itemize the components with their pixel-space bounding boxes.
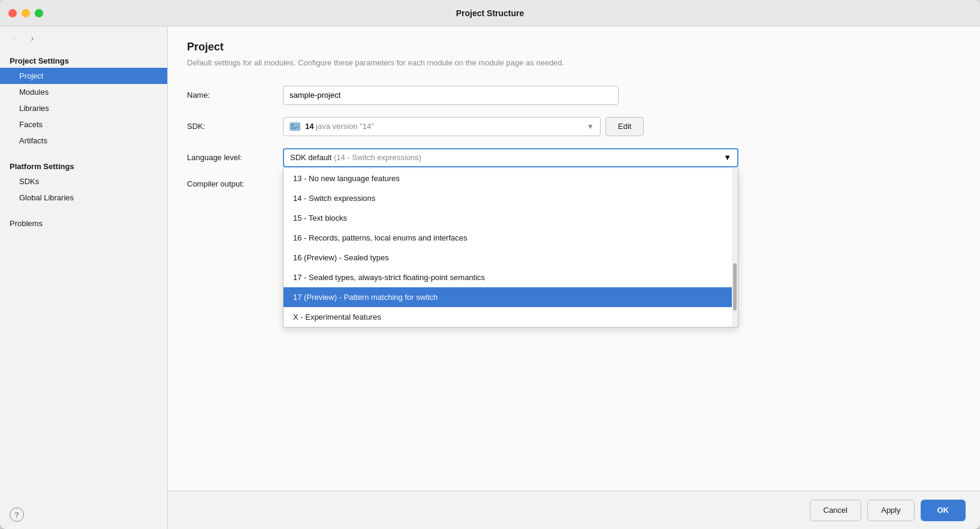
bottom-bar: Cancel Apply OK: [168, 491, 980, 529]
sidebar-item-project[interactable]: Project: [0, 68, 167, 84]
language-level-control: SDK default (14 - Switch expressions) ▼ …: [283, 148, 961, 167]
svg-rect-0: [290, 123, 300, 130]
maximize-button[interactable]: [35, 9, 43, 17]
cancel-button[interactable]: Cancel: [810, 500, 861, 521]
dropdown-item-17p[interactable]: 17 (Preview) - Pattern matching for swit…: [284, 287, 738, 307]
dropdown-item-15[interactable]: 15 - Text blocks: [284, 208, 738, 228]
sdk-dropdown-arrow: ▼: [587, 122, 594, 131]
window-controls: [8, 9, 43, 17]
minimize-button[interactable]: [22, 9, 30, 17]
close-button[interactable]: [8, 9, 17, 17]
svg-rect-3: [291, 128, 296, 129]
dropdown-scrollbar-thumb: [733, 263, 737, 311]
svg-rect-1: [291, 124, 294, 126]
sdk-row: SDK:: [187, 117, 961, 136]
help-button[interactable]: ?: [10, 507, 24, 522]
sdk-label: SDK:: [187, 122, 283, 131]
dropdown-item-16p[interactable]: 16 (Preview) - Sealed types: [284, 248, 738, 267]
compiler-output-label: Compiler output:: [187, 179, 283, 188]
language-level-row: Language level: SDK default (14 - Switch…: [187, 148, 961, 167]
sdk-value: 14 java version "14": [305, 122, 374, 131]
dropdown-scrollbar[interactable]: [732, 169, 738, 327]
edit-sdk-button[interactable]: Edit: [605, 117, 644, 136]
main-layout: ‹ › Project Settings Project Modules Lib…: [0, 26, 980, 529]
name-row: Name:: [187, 86, 961, 105]
language-level-dropdown-container: SDK default (14 - Switch expressions) ▼ …: [283, 148, 961, 167]
nav-arrows: ‹ ›: [0, 26, 167, 53]
language-level-arrow: ▼: [723, 153, 731, 162]
dropdown-item-16[interactable]: 16 - Records, patterns, local enums and …: [284, 228, 738, 248]
forward-arrow[interactable]: ›: [25, 31, 40, 46]
sdk-control: 14 java version "14" ▼ Edit: [283, 117, 961, 136]
title-bar: Project Structure: [0, 0, 980, 26]
back-arrow[interactable]: ‹: [7, 31, 22, 46]
platform-settings-header: Platform Settings: [0, 158, 167, 173]
content-area: Project Default settings for all modules…: [168, 26, 980, 529]
sidebar: ‹ › Project Settings Project Modules Lib…: [0, 26, 168, 529]
sidebar-item-libraries[interactable]: Libraries: [0, 100, 167, 116]
project-structure-window: Project Structure ‹ › Project Settings P…: [0, 0, 980, 529]
sdk-icon: [290, 122, 300, 131]
sidebar-item-facets[interactable]: Facets: [0, 116, 167, 133]
language-level-label: Language level:: [187, 153, 283, 162]
sidebar-item-sdks[interactable]: SDKs: [0, 173, 167, 190]
apply-button[interactable]: Apply: [867, 500, 915, 521]
name-input[interactable]: [283, 86, 619, 105]
window-title: Project Structure: [456, 8, 524, 18]
sdk-select[interactable]: 14 java version "14" ▼: [283, 117, 601, 136]
sidebar-item-problems[interactable]: Problems: [0, 215, 167, 232]
language-level-select[interactable]: SDK default (14 - Switch expressions) ▼: [283, 148, 738, 167]
language-level-value: SDK default (14 - Switch expressions): [290, 153, 421, 162]
sidebar-bottom: ?: [0, 500, 167, 529]
sidebar-item-artifacts[interactable]: Artifacts: [0, 133, 167, 149]
project-settings-header: Project Settings: [0, 53, 167, 68]
dropdown-item-13[interactable]: 13 - No new language features: [284, 169, 738, 188]
language-level-dropdown-menu: 13 - No new language features 14 - Switc…: [283, 169, 738, 327]
name-label: Name:: [187, 91, 283, 100]
dropdown-item-x[interactable]: X - Experimental features: [284, 307, 738, 327]
sidebar-item-modules[interactable]: Modules: [0, 84, 167, 100]
sidebar-item-global-libraries[interactable]: Global Libraries: [0, 190, 167, 206]
ok-button[interactable]: OK: [921, 500, 966, 521]
page-title: Project: [187, 41, 961, 53]
dropdown-item-14[interactable]: 14 - Switch expressions: [284, 188, 738, 208]
dropdown-item-17[interactable]: 17 - Sealed types, always-strict floatin…: [284, 267, 738, 287]
svg-rect-2: [291, 127, 298, 128]
page-description: Default settings for all modules. Config…: [187, 57, 961, 69]
content-inner: Project Default settings for all modules…: [168, 26, 980, 491]
name-control: [283, 86, 961, 105]
